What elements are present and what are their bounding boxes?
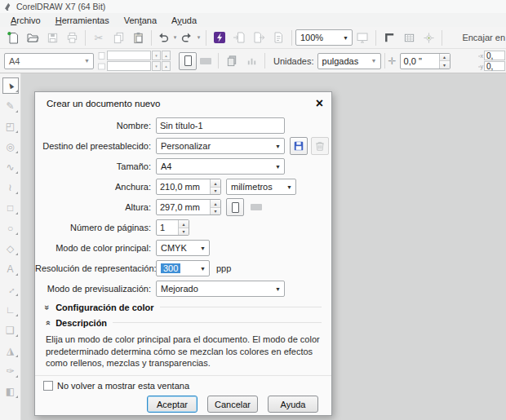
spin-down-icon[interactable]: ▾ [152, 61, 161, 71]
connector-tool[interactable]: ∟ [1, 299, 20, 320]
page-size-preset-dropdown[interactable]: A4 ▼ [4, 53, 94, 69]
spin-up-icon[interactable]: ▴ [440, 54, 450, 62]
color-mode-dropdown[interactable]: CMYK ▼ [156, 240, 210, 256]
drop-shadow-tool[interactable]: ❑ [1, 320, 20, 340]
polygon-tool[interactable]: ◇ [1, 238, 20, 259]
portrait-orientation-button[interactable] [179, 52, 197, 70]
snap-to-icon[interactable] [419, 29, 438, 46]
spin-down-icon[interactable]: ▾ [179, 228, 189, 236]
portrait-orientation-button[interactable] [226, 198, 244, 216]
all-pages-icon[interactable] [222, 52, 242, 70]
menu-ayuda[interactable]: Ayuda [164, 15, 204, 26]
shape-tool-icon: ✎ [6, 100, 14, 112]
spin-up-icon[interactable]: ▴ [162, 51, 171, 60]
description-section-header[interactable]: » Descripción [45, 316, 322, 329]
width-spinner[interactable]: 210,0 mm ▴▾ [156, 179, 221, 195]
menu-bar: Archivo Herramientas Ventana Ayuda [0, 13, 506, 27]
dont-show-again-checkbox-row[interactable]: No volver a mostrar esta ventana [35, 379, 331, 391]
show-rulers-icon[interactable] [380, 29, 399, 46]
toolbar-separator [85, 30, 86, 46]
undo-dropdown-icon[interactable]: ▾ [171, 34, 179, 41]
height-value: 297,0 mm [157, 200, 210, 214]
spin-up-icon[interactable]: ▴ [211, 200, 220, 208]
duplicate-y-icon: ▫y [478, 64, 483, 69]
units-dropdown[interactable]: pulgadas ▼ [317, 53, 381, 69]
interactive-fill-tool[interactable]: ◧ [1, 381, 20, 401]
freehand-tool[interactable]: ∿ [1, 157, 20, 177]
spin-down-icon[interactable]: ▾ [440, 61, 450, 69]
landscape-orientation-button[interactable] [197, 52, 215, 70]
transparency-tool[interactable]: ◮ [1, 340, 20, 360]
name-input[interactable] [156, 117, 285, 134]
width-units-dropdown[interactable]: milímetros ▼ [226, 179, 296, 195]
resolution-combo[interactable]: 300 ▼ [156, 260, 210, 276]
print-icon[interactable] [62, 29, 82, 46]
menu-ventana[interactable]: Ventana [117, 15, 164, 26]
open-document-icon[interactable] [23, 29, 42, 46]
copy-icon[interactable] [109, 29, 128, 46]
interactive-fill-tool-icon: ◧ [6, 386, 15, 397]
save-preset-button[interactable] [290, 137, 308, 155]
page-height-field[interactable]: ▾▴ [97, 61, 171, 71]
new-document-icon[interactable] [3, 29, 23, 46]
paste-icon[interactable] [128, 29, 148, 46]
duplicate-distance-x[interactable]: ▫x 0, [478, 51, 506, 60]
spin-up-icon[interactable]: ▴ [162, 61, 171, 71]
color-eyedropper-tool[interactable]: ✑ [1, 360, 20, 381]
preset-dropdown[interactable]: Personalizar ▼ [156, 138, 285, 154]
spin-up-icon[interactable]: ▴ [211, 179, 220, 188]
window-title: CorelDRAW X7 (64 Bit) [16, 2, 105, 11]
ellipse-tool[interactable]: ○ [1, 218, 20, 238]
accept-button[interactable]: Aceptar [147, 396, 198, 413]
spin-down-icon[interactable]: ▾ [211, 188, 220, 195]
pick-tool[interactable]: ▲ [1, 75, 20, 95]
menu-archivo[interactable]: Archivo [3, 15, 48, 26]
page-width-field[interactable]: ▾▴ [97, 51, 171, 60]
spin-down-icon[interactable]: ▾ [211, 208, 220, 215]
artistic-media-tool[interactable]: ≀ [1, 177, 20, 197]
publish-pdf-icon[interactable] [269, 29, 288, 46]
landscape-orientation-button[interactable] [247, 198, 265, 216]
current-page-icon[interactable] [242, 52, 261, 70]
dimension-tool[interactable]: ↔ [1, 279, 20, 299]
spin-down-icon[interactable]: ▾ [152, 51, 161, 60]
redo-dropdown-icon[interactable]: ▾ [195, 34, 202, 41]
nudge-offset-spinner[interactable]: 0,0 " ▴▾ [400, 53, 451, 69]
bottom-separator [35, 375, 331, 376]
save-icon[interactable] [42, 29, 62, 46]
delete-preset-button[interactable] [311, 137, 329, 155]
snap-to-label[interactable]: Encajar en [462, 33, 506, 42]
cut-icon[interactable]: ✂ [89, 29, 109, 46]
color-settings-section-header[interactable]: » Configuración de color [45, 301, 322, 313]
portrait-icon [232, 202, 239, 213]
toolbar-separator [264, 53, 265, 69]
size-dropdown[interactable]: A4 ▼ [156, 158, 285, 175]
fullscreen-preview-icon[interactable] [353, 29, 372, 46]
help-button[interactable]: Ayuda [268, 396, 318, 413]
close-icon[interactable]: × [316, 98, 323, 109]
undo-icon[interactable] [155, 29, 171, 46]
cancel-button[interactable]: Cancelar [207, 396, 258, 413]
spin-up-icon[interactable]: ▴ [179, 220, 189, 228]
shape-tool[interactable]: ✎ [1, 95, 20, 116]
redo-icon[interactable] [179, 29, 195, 46]
crop-tool[interactable]: ◰ [1, 116, 20, 136]
description-text: Elija un modo de color principal para el… [35, 332, 331, 371]
duplicate-distance-y[interactable]: ▫y 0, [478, 61, 506, 71]
rectangle-tool[interactable]: □ [1, 197, 20, 218]
height-spinner[interactable]: 297,0 mm ▴▾ [156, 199, 221, 215]
checkbox[interactable] [43, 381, 53, 391]
export-icon[interactable] [249, 29, 269, 46]
zoom-level-dropdown[interactable]: 100% ▼ [295, 29, 353, 46]
units-value: pulgadas [318, 56, 368, 66]
nudge-offset-icon: ✛ [388, 55, 397, 67]
pages-spinner[interactable]: 1 ▴▾ [156, 219, 189, 236]
show-grid-icon[interactable] [399, 29, 419, 46]
import-icon[interactable] [229, 29, 249, 46]
menu-herramientas[interactable]: Herramientas [48, 15, 117, 26]
toolbar-separator [384, 53, 385, 69]
text-tool[interactable]: A [1, 259, 20, 279]
app-launcher-icon[interactable] [210, 29, 229, 46]
zoom-tool[interactable]: ◎ [1, 136, 20, 157]
preview-mode-dropdown[interactable]: Mejorado ▼ [156, 281, 285, 297]
